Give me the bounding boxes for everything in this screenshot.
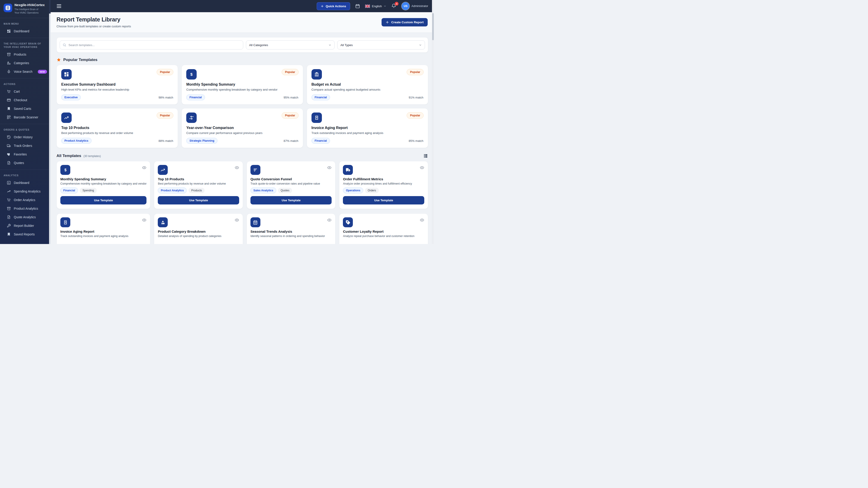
match-score: 98% match <box>158 96 173 99</box>
content-area: All Categories All Types Popular Templat… <box>51 33 434 244</box>
template-description: Best performing products by revenue and … <box>158 182 239 185</box>
quick-actions-button[interactable]: Quick Actions <box>317 2 350 10</box>
template-description: Analyze order processing times and fulfi… <box>343 182 424 185</box>
sidebar-item-saved-reports[interactable]: Saved Reports <box>0 230 51 238</box>
template-description: Best performing products by revenue and … <box>61 131 173 135</box>
preview-eye-icon[interactable] <box>235 165 239 170</box>
sidebar-item-track-orders[interactable]: Track Orders <box>0 141 51 150</box>
template-title: Monthly Spending Summary <box>60 177 147 181</box>
template-title: Quote Conversion Funnel <box>250 177 332 181</box>
preview-eye-icon[interactable] <box>327 218 332 222</box>
sidebar-item-product-analytics[interactable]: Product Analytics <box>0 204 51 213</box>
notification-badge: 4 <box>395 2 399 6</box>
sidebar-item-products[interactable]: Products <box>0 50 51 59</box>
sidebar-item-saved-carts[interactable]: Saved Carts <box>0 104 51 113</box>
sidebar-item-analytics-dashboard[interactable]: Dashboard <box>0 178 51 187</box>
sidebar-item-checkout[interactable]: Checkout <box>0 96 51 104</box>
list-view-toggle-icon[interactable] <box>423 153 428 158</box>
dashboard-tile-icon <box>61 69 72 79</box>
type-tag: Orders <box>365 188 379 193</box>
search-icon <box>63 43 66 47</box>
page-scrollbar-thumb[interactable] <box>432 13 434 40</box>
sidebar-item-favorites[interactable]: Favorites <box>0 150 51 159</box>
wrench-icon <box>7 224 11 228</box>
preview-eye-icon[interactable] <box>142 218 147 222</box>
compare-arrows-icon <box>186 112 197 123</box>
sidebar-section-brain: THE INTELLIGENT BRAIN OF YOUR HVAC OPERA… <box>0 38 51 78</box>
template-card-customer-loyalty[interactable]: Customer Loyalty Report Analyze repeat p… <box>339 214 428 244</box>
popular-card-executive-summary[interactable]: Popular Executive Summary Dashboard High… <box>57 65 178 105</box>
product-box-icon <box>7 206 11 210</box>
sidebar-item-quotes[interactable]: Quotes <box>0 159 51 167</box>
popular-card-year-over-year[interactable]: Popular Year-over-Year Comparison Compar… <box>182 108 303 148</box>
use-template-button[interactable]: Use Template <box>60 196 147 204</box>
template-title: Seasonal Trends Analysis <box>250 230 332 233</box>
sidebar-item-dashboard[interactable]: Dashboard <box>0 27 51 35</box>
new-badge: NEW <box>38 70 47 74</box>
preview-eye-icon[interactable] <box>327 165 332 170</box>
receipt-icon <box>60 217 70 227</box>
chevron-down-icon <box>383 5 386 7</box>
category-filter-select[interactable]: All Categories <box>246 40 335 50</box>
app-window: Nexgile-HVACortex The Intelligent Brain … <box>0 0 434 244</box>
sidebar-item-categories[interactable]: Categories <box>0 59 51 67</box>
preview-eye-icon[interactable] <box>420 165 424 170</box>
category-tag: Product Analytics <box>61 138 92 144</box>
dollar-icon <box>186 69 197 79</box>
popular-badge: Popular <box>157 69 174 75</box>
trending-up-icon <box>158 165 168 175</box>
sidebar-scrollbar-thumb[interactable] <box>49 0 51 13</box>
type-filter-select[interactable]: All Types <box>337 40 425 50</box>
preview-eye-icon[interactable] <box>235 218 239 222</box>
category-tag: Sales Analytics <box>250 188 276 193</box>
sidebar-item-report-builder[interactable]: Report Builder <box>0 221 51 230</box>
sidebar-section-main-menu: MAIN MENU Dashboard <box>0 18 51 38</box>
search-input[interactable] <box>60 40 243 50</box>
create-custom-report-button[interactable]: Create Custom Report <box>381 18 428 26</box>
dollar-icon <box>60 165 70 175</box>
user-menu[interactable]: US Administrator <box>402 2 428 10</box>
use-template-button[interactable]: Use Template <box>343 196 424 204</box>
sidebar-item-order-history[interactable]: Order History <box>0 133 51 141</box>
popular-card-monthly-spending[interactable]: Popular Monthly Spending Summary Compreh… <box>182 65 303 105</box>
template-card-order-fulfillment[interactable]: Order Fulfillment Metrics Analyze order … <box>339 161 428 209</box>
use-template-button[interactable]: Use Template <box>250 196 332 204</box>
sidebar-section-orders-quotes: ORDERS & QUOTES Order History Track Orde… <box>0 124 51 170</box>
use-template-button[interactable]: Use Template <box>158 196 239 204</box>
preview-eye-icon[interactable] <box>142 165 147 170</box>
sidebar-item-cart[interactable]: Cart <box>0 87 51 96</box>
app-name: Nexgile-HVACortex <box>14 3 45 7</box>
category-tag: Financial <box>311 138 330 144</box>
sidebar-item-order-analytics[interactable]: Order Analytics <box>0 196 51 204</box>
template-card-invoice-aging[interactable]: Invoice Aging Report Track outstanding i… <box>57 214 150 244</box>
page-scrollbar[interactable] <box>432 0 434 244</box>
category-tag: Financial <box>311 94 330 100</box>
template-card-product-category-breakdown[interactable]: Product Category Breakdown Detailed anal… <box>154 214 243 244</box>
popular-card-budget-vs-actual[interactable]: Popular Budget vs Actual Compare actual … <box>307 65 428 105</box>
template-card-quote-conversion-funnel[interactable]: Quote Conversion Funnel Track quote-to-o… <box>247 161 336 209</box>
preview-eye-icon[interactable] <box>420 218 424 222</box>
category-tag: Executive <box>61 94 81 100</box>
notifications-button[interactable]: 4 <box>391 3 397 9</box>
sidebar-item-barcode-scanner[interactable]: Barcode Scanner <box>0 113 51 122</box>
template-card-monthly-spending[interactable]: Monthly Spending Summary Comprehensive m… <box>57 161 150 209</box>
sidebar-item-quote-analytics[interactable]: Quote Analytics <box>0 213 51 221</box>
menu-icon[interactable] <box>56 3 62 9</box>
sidebar-item-voice-search[interactable]: Voice Search NEW <box>0 67 51 76</box>
calendar-icon[interactable] <box>355 4 360 8</box>
user-role-label: Administrator <box>411 4 428 8</box>
sidebar-scrollbar[interactable] <box>49 0 51 244</box>
shapes-icon <box>158 217 168 227</box>
sidebar-item-spending-analytics[interactable]: Spending Analytics <box>0 187 51 196</box>
popular-card-top-10-products[interactable]: Popular Top 10 Products Best performing … <box>57 108 178 148</box>
popular-badge: Popular <box>407 112 424 119</box>
app-logo[interactable]: Nexgile-HVACortex The Intelligent Brain … <box>0 0 51 18</box>
section-label: THE INTELLIGENT BRAIN OF YOUR HVAC OPERA… <box>0 39 51 50</box>
template-card-seasonal-trends[interactable]: Seasonal Trends Analysis Identify season… <box>247 214 336 244</box>
template-count: (30 templates) <box>84 155 101 158</box>
popular-card-invoice-aging[interactable]: Popular Invoice Aging Report Track outst… <box>307 108 428 148</box>
language-selector[interactable]: English <box>365 4 386 8</box>
cart-icon <box>7 198 11 202</box>
template-card-top-10-products[interactable]: Top 10 Products Best performing products… <box>154 161 243 209</box>
match-score: 85% match <box>409 139 423 142</box>
